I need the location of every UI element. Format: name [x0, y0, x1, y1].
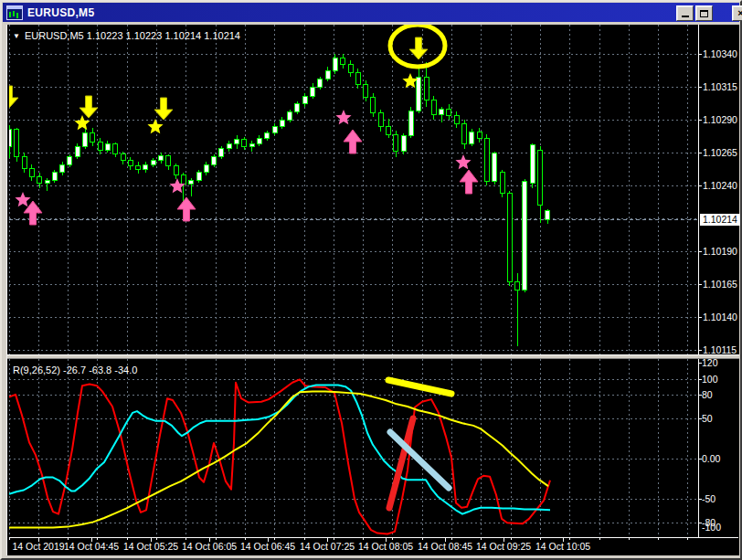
chart-canvas[interactable] — [2, 2, 742, 560]
indicator-header: R(9,26,52) -26.7 -63.8 -34.0 — [13, 365, 137, 375]
time-label: 14 Oct 05:25 — [123, 541, 178, 552]
oscillator-lines — [9, 379, 550, 534]
time-label: 14 Oct 08:45 — [418, 541, 472, 552]
price-label: 1.10165 — [703, 279, 737, 290]
chart-header-text: EURUSD,M5 1.10223 1.10223 1.10214 1.1021… — [25, 30, 240, 41]
price-label: 1.10340 — [703, 48, 737, 59]
buy-arrow-icon[interactable] — [177, 197, 196, 221]
buy-arrow-icon[interactable] — [460, 170, 478, 194]
indicator-axis-label: -50 — [702, 493, 716, 504]
grid-lines — [9, 25, 698, 537]
yellow-trend-segment[interactable] — [388, 380, 451, 394]
current-price-label: 1.10214 — [700, 214, 740, 226]
sell-star-icon[interactable] — [147, 119, 163, 133]
time-label: 14 Oct 2019 — [12, 541, 64, 552]
price-label: 1.10140 — [703, 312, 737, 322]
price-label: 1.10290 — [703, 114, 737, 125]
time-label: 14 Oct 09:25 — [476, 541, 531, 552]
chart-ohlc-header: ▼EURUSD,M5 1.10223 1.10223 1.10214 1.102… — [13, 30, 240, 41]
pane-separator[interactable] — [7, 354, 739, 359]
price-label: 1.10190 — [703, 246, 737, 257]
mt4-chart-window: EURUSD,M5 × ▼EURUSD,M5 1.10223 1.10223 1… — [0, 0, 742, 560]
indicator-axis-label: 80 — [702, 389, 713, 400]
price-label: 1.10265 — [703, 147, 737, 158]
oscillator-mid-cyan — [9, 385, 550, 513]
chevron-down-icon: ▼ — [13, 32, 20, 40]
sell-arrow-icon[interactable] — [409, 37, 428, 59]
time-label: 14 Oct 06:05 — [182, 541, 237, 552]
sell-arrow-icon[interactable] — [80, 96, 98, 118]
indicator-axis-label: 0.00 — [702, 453, 720, 464]
price-label: 1.10240 — [703, 180, 737, 191]
sell-star-icon[interactable] — [402, 73, 418, 88]
time-label: 14 Oct 08:05 — [358, 541, 413, 552]
time-label: 14 Oct 06:45 — [240, 541, 295, 552]
buy-arrow-icon[interactable] — [344, 130, 362, 153]
time-label: 14 Oct 10:05 — [535, 541, 590, 552]
time-label: 14 Oct 07:25 — [300, 541, 355, 552]
indicator-axis-label: 100 — [702, 374, 718, 385]
buy-star-icon[interactable] — [455, 154, 471, 169]
indicator-axis-label: 50 — [702, 413, 713, 424]
sell-arrow-icon[interactable] — [2, 86, 18, 108]
indicator-axis-label: -100 — [702, 522, 721, 533]
buy-star-icon[interactable] — [335, 110, 351, 124]
indicator-axis-label: 120 — [702, 357, 718, 368]
price-label: 1.10315 — [703, 81, 737, 92]
signal-markers — [2, 25, 478, 225]
time-label: 14 Oct 04:45 — [64, 541, 119, 552]
buy-star-icon[interactable] — [15, 192, 30, 206]
